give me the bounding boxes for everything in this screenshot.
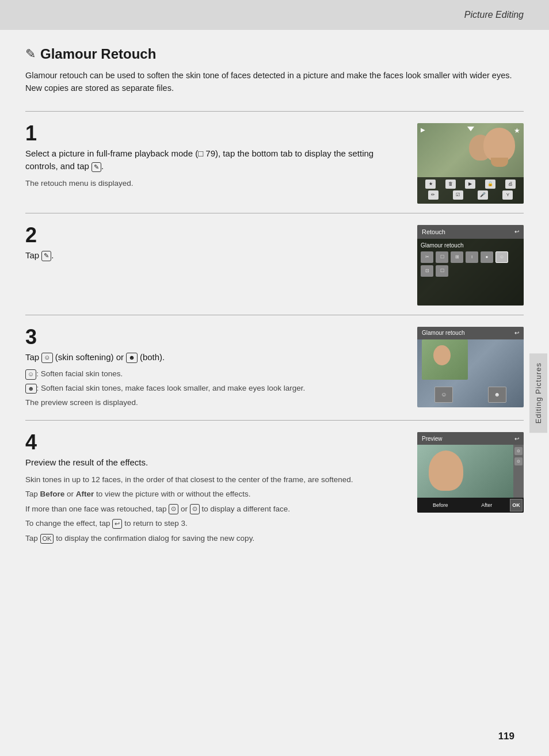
- icon-play: ▶: [465, 180, 475, 189]
- step-3-number: 3: [25, 327, 406, 348]
- menu-icon-3: ⊞: [451, 251, 463, 263]
- step-4-bottombar: Before After OK: [417, 498, 524, 513]
- step-1-instruction: Select a picture in full-frame playback …: [25, 147, 406, 173]
- menu-icon-2: ☐: [436, 251, 448, 263]
- both-icon-inline: ☻: [126, 353, 138, 362]
- step-4-back-icon: ↩: [514, 436, 519, 442]
- step-3-buttons: ☺ ☻: [417, 387, 524, 403]
- step-2-menu-title: Glamour retouch: [421, 242, 520, 249]
- menu-icon-7: ⊡: [421, 265, 433, 277]
- after-button[interactable]: After: [464, 502, 510, 508]
- step-4-image: Preview ↩ ⊙ ⊙ Before After OK: [417, 432, 524, 513]
- icon-edit: ☑: [453, 190, 463, 200]
- next-face-icon: ⊙: [190, 504, 200, 514]
- step-1-number: 1: [25, 123, 406, 144]
- step-4-content: 4 Preview the result of the effects. Ski…: [25, 432, 406, 547]
- step-4-note-3: If more than one face was retouched, tap…: [25, 503, 406, 515]
- intro-paragraph: Glamour retouch can be used to soften th…: [25, 69, 524, 95]
- step-3-btn-skin[interactable]: ☺: [434, 387, 453, 403]
- step-3-instruction: Tap ☺ (skin softening) or ☻ (both).: [25, 351, 406, 364]
- step-3-image: Glamour retouch ↩ ☺ ☻: [417, 327, 524, 407]
- glamour-retouch-icon: ✎: [25, 47, 36, 62]
- step-3-btn-both[interactable]: ☻: [488, 387, 506, 403]
- ok-button[interactable]: OK: [510, 499, 523, 511]
- step-2: 2 Tap ✎. Retouch ↩ Glamour retouch ✂ ☐ ⊞…: [25, 213, 524, 315]
- play-indicator: ▶: [421, 127, 425, 133]
- back-step3-icon: ↩: [112, 519, 122, 529]
- pencil-icon-inline: ✎: [92, 162, 101, 172]
- face-down-btn[interactable]: ⊙: [514, 457, 523, 465]
- step-2-screenshot: Retouch ↩ Glamour retouch ✂ ☐ ⊞ I ● ☺ ⊡ …: [417, 225, 524, 306]
- menu-icon-4: I: [466, 251, 478, 263]
- icon-mic: 🎤: [478, 190, 488, 200]
- icon-star: ★: [425, 180, 436, 189]
- step-4-note-1: Skin tones in up to 12 faces, in the ord…: [25, 474, 406, 486]
- step-3-face: [433, 345, 451, 365]
- step-3-preview: [422, 339, 468, 380]
- step-2-image: Retouch ↩ Glamour retouch ✂ ☐ ⊞ I ● ☺ ⊡ …: [417, 225, 524, 306]
- step-4: 4 Preview the result of the effects. Ski…: [25, 420, 524, 556]
- step-2-menu: Glamour retouch ✂ ☐ ⊞ I ● ☺ ⊡ ☐: [417, 239, 524, 306]
- face-up-btn[interactable]: ⊙: [514, 447, 523, 455]
- step-4-note-2: Tap Before or After to view the picture …: [25, 488, 406, 500]
- step-3-notes: ☺: Soften facial skin tones. ☻: Soften f…: [25, 368, 406, 408]
- ok-icon-note: OK: [40, 534, 54, 544]
- step-3-content: 3 Tap ☺ (skin softening) or ☻ (both). ☺:…: [25, 327, 406, 411]
- step-4-topbar-label: Preview: [422, 436, 443, 442]
- menu-icon-1: ✂: [421, 251, 433, 263]
- page-number: 119: [498, 731, 514, 742]
- icon-bar: ★ 🗑 ▶ 🔒 🖨 ✏ ☑ 🎤 Y: [417, 177, 524, 204]
- step-3-topbar-label: Glamour retouch: [422, 330, 464, 336]
- section-heading: ✎ Glamour Retouch: [25, 46, 524, 62]
- back-icon: ↩: [514, 228, 519, 235]
- step-3-topbar: Glamour retouch ↩: [417, 327, 524, 339]
- step-4-notes: Skin tones in up to 12 faces, in the ord…: [25, 474, 406, 544]
- step-3: 3 Tap ☺ (skin softening) or ☻ (both). ☺:…: [25, 315, 524, 420]
- step-4-side-buttons: ⊙ ⊙: [513, 445, 524, 468]
- step-2-topbar: Retouch ↩: [417, 225, 524, 239]
- skin-icon-note: ☺: [25, 369, 36, 379]
- icon-row-1: ★ 🗑 ▶ 🔒 🖨: [421, 180, 520, 189]
- skin-icon-inline: ☺: [41, 353, 52, 362]
- step-2-menu-icons: ✂ ☐ ⊞ I ● ☺ ⊡ ☐: [421, 251, 520, 277]
- step-4-note-5: Tap OK to display the confirmation dialo…: [25, 533, 406, 544]
- step-2-content: 2 Tap ✎.: [25, 225, 406, 306]
- icon-row-2: ✏ ☑ 🎤 Y: [421, 190, 520, 200]
- icon-pencil: ✏: [428, 190, 439, 200]
- main-content: ✎ Glamour Retouch Glamour retouch can be…: [0, 30, 549, 590]
- scroll-indicator: [467, 127, 474, 131]
- step-2-number: 2: [25, 225, 406, 246]
- step-3-note-2: ☻: Soften facial skin tones, make faces …: [25, 383, 406, 394]
- face-1-shape: [483, 128, 515, 162]
- step-3-screenshot: Glamour retouch ↩ ☺ ☻: [417, 327, 524, 411]
- step-1-content: 1 Select a picture in full-frame playbac…: [25, 123, 406, 204]
- step-2-instruction: Tap ✎.: [25, 249, 406, 262]
- menu-icon-8: ☐: [436, 265, 448, 277]
- step-4-preview-image: [417, 445, 513, 498]
- step-4-instruction: Preview the result of the effects.: [25, 456, 406, 469]
- step-4-screenshot: Preview ↩ ⊙ ⊙ Before After OK: [417, 432, 524, 547]
- section-title: Glamour Retouch: [40, 46, 156, 62]
- icon-print: 🖨: [505, 180, 516, 189]
- step-1-image: ▶ ★ ★ 🗑 ▶ 🔒 🖨 ✏ ☑ 🎤: [417, 123, 524, 204]
- step-4-number: 4: [25, 432, 406, 453]
- step-3-note-3: The preview screen is displayed.: [25, 397, 406, 408]
- step-1-screenshot: ▶ ★ ★ 🗑 ▶ 🔒 🖨 ✏ ☑ 🎤: [417, 123, 524, 204]
- step-2-topbar-label: Retouch: [422, 228, 445, 235]
- step-4-topbar: Preview ↩: [417, 432, 524, 445]
- step-3-note-1: ☺: Soften facial skin tones.: [25, 368, 406, 380]
- prev-face-icon: ⊙: [169, 504, 178, 514]
- header-title: Picture Editing: [464, 10, 524, 20]
- menu-icon-glamour: ☺: [495, 251, 508, 263]
- sidebar-label: Editing Pictures: [529, 353, 547, 433]
- step-1-note: The retouch menu is displayed.: [25, 178, 406, 189]
- step-3-back-icon: ↩: [514, 330, 519, 336]
- both-icon-note: ☻: [25, 384, 37, 394]
- header-bar: Picture Editing: [0, 0, 549, 30]
- before-button[interactable]: Before: [417, 502, 464, 508]
- glamour-icon-inline-2: ✎: [41, 251, 51, 261]
- icon-lock: 🔒: [485, 180, 495, 189]
- step-4-face: [429, 450, 463, 491]
- right-sidebar: Editing Pictures: [527, 30, 549, 756]
- icon-trash: 🗑: [445, 180, 456, 189]
